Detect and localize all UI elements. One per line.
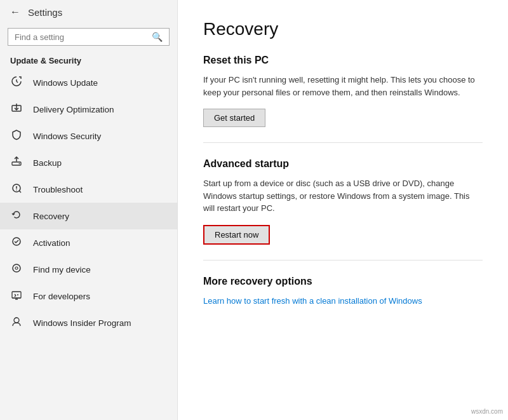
search-icon: 🔍 — [152, 32, 163, 42]
divider-1 — [203, 142, 483, 143]
svg-point-10 — [13, 264, 20, 272]
svg-line-16 — [15, 295, 16, 297]
back-icon[interactable]: ← — [10, 6, 20, 18]
restart-now-button[interactable]: Restart now — [203, 225, 270, 245]
delivery-optimization-label: Delivery Optimization — [33, 105, 114, 114]
windows-security-label: Windows Security — [33, 132, 101, 141]
developers-icon — [10, 289, 23, 303]
sidebar-item-troubleshoot[interactable]: Troubleshoot — [0, 176, 177, 203]
watermark: wsxdn.com — [471, 408, 503, 415]
sidebar-item-recovery[interactable]: Recovery — [0, 203, 177, 229]
windows-update-icon — [10, 76, 23, 90]
sidebar-header[interactable]: ← Settings — [0, 0, 177, 24]
windows-update-label: Windows Update — [33, 78, 98, 88]
backup-icon — [10, 156, 23, 170]
find-device-icon — [10, 262, 23, 276]
recovery-label: Recovery — [33, 212, 69, 221]
search-box[interactable]: 🔍 — [8, 28, 170, 46]
main-content: Recovery Reset this PC If your PC isn't … — [178, 0, 508, 420]
delivery-icon — [10, 102, 23, 116]
sidebar-item-developers[interactable]: For developers — [0, 283, 177, 309]
sidebar-item-find-device[interactable]: Find my device — [0, 256, 177, 283]
app-title: Settings — [28, 7, 62, 18]
activation-label: Activation — [33, 238, 70, 248]
recovery-icon — [10, 209, 23, 223]
reset-heading: Reset this PC — [203, 55, 483, 66]
svg-point-8 — [16, 189, 17, 191]
troubleshoot-label: Troubleshoot — [33, 185, 83, 194]
insider-label: Windows Insider Program — [33, 318, 131, 328]
svg-point-4 — [19, 163, 20, 165]
page-title: Recovery — [203, 19, 483, 39]
sidebar-item-windows-update[interactable]: Windows Update — [0, 69, 177, 96]
backup-label: Backup — [33, 158, 62, 168]
svg-line-1 — [17, 81, 18, 83]
reset-description: If your PC isn't running well, resetting… — [203, 74, 476, 98]
sidebar-item-activation[interactable]: Activation — [0, 229, 177, 256]
sidebar-item-delivery-optimization[interactable]: Delivery Optimization — [0, 96, 177, 123]
divider-2 — [203, 260, 483, 261]
sidebar: ← Settings 🔍 Update & Security Windows U… — [0, 0, 178, 420]
svg-rect-12 — [12, 292, 21, 298]
svg-point-11 — [15, 267, 18, 269]
section-label: Update & Security — [0, 52, 177, 69]
insider-icon — [10, 316, 23, 330]
more-recovery-heading: More recovery options — [203, 276, 483, 287]
clean-install-link[interactable]: Learn how to start fresh with a clean in… — [203, 296, 422, 306]
get-started-button[interactable]: Get started — [203, 109, 265, 127]
activation-icon — [10, 236, 23, 250]
sidebar-item-backup[interactable]: Backup — [0, 149, 177, 176]
advanced-heading: Advanced startup — [203, 158, 483, 170]
developers-label: For developers — [33, 292, 90, 301]
sidebar-item-insider[interactable]: Windows Insider Program — [0, 309, 177, 336]
troubleshoot-icon — [10, 182, 23, 196]
sidebar-item-windows-security[interactable]: Windows Security — [0, 123, 177, 149]
svg-line-6 — [19, 191, 21, 193]
search-input[interactable] — [15, 32, 152, 42]
security-icon — [10, 129, 23, 143]
find-device-label: Find my device — [33, 265, 91, 274]
advanced-description: Start up from a device or disc (such as … — [203, 177, 476, 215]
